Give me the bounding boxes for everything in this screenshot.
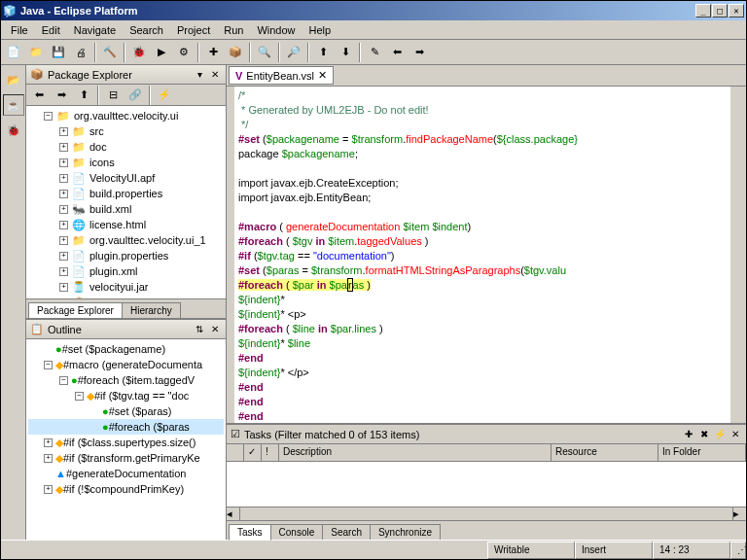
debug-perspective-icon[interactable]: 🐞 <box>3 120 24 141</box>
tasks-body[interactable] <box>227 462 746 507</box>
tab-tasks[interactable]: Tasks <box>229 524 271 541</box>
tree-item[interactable]: +📄build.properties <box>28 186 224 201</box>
open-type-icon[interactable]: 🔍 <box>254 42 275 63</box>
tasks-col[interactable]: In Folder <box>658 444 746 461</box>
tree-item[interactable]: +🫙velocityui.jar <box>28 279 224 295</box>
tasks-del-icon[interactable]: ✖ <box>697 428 711 441</box>
minimize-button[interactable]: _ <box>695 4 711 18</box>
menu-search[interactable]: Search <box>124 22 169 38</box>
tab-pkg-explorer[interactable]: Package Explorer <box>28 302 123 319</box>
code-editor[interactable]: /* * Generated by UML2EJB - Do not edit!… <box>227 87 746 423</box>
menubar: FileEditNavigateSearchProjectRunWindowHe… <box>1 20 746 40</box>
menu-edit[interactable]: Edit <box>36 22 66 38</box>
menu-navigate[interactable]: Navigate <box>68 22 122 38</box>
tree-item[interactable]: +📄plugin.xml <box>28 263 224 279</box>
outline-item[interactable]: ▲ #generateDocumentation <box>28 466 224 481</box>
package-tree[interactable]: −📁org.vaulttec.velocity.ui+📁src+📁doc+📁ic… <box>26 106 226 298</box>
back-nav-icon[interactable]: ⬅ <box>28 85 50 106</box>
tasks-close-icon[interactable]: ✕ <box>729 428 742 441</box>
resize-grip-icon[interactable]: ⋰ <box>730 542 746 559</box>
new-pkg-icon[interactable]: 📦 <box>225 42 246 63</box>
outline-item[interactable]: −◆ #macro (generateDocumenta <box>28 357 224 372</box>
tree-item[interactable]: +🌐license.html <box>28 217 224 232</box>
tasks-col[interactable]: Resource <box>551 444 658 461</box>
tasks-col[interactable] <box>227 444 244 461</box>
collapse-icon[interactable]: ⊟ <box>102 85 124 106</box>
tab-synchronize[interactable]: Synchronize <box>370 524 441 540</box>
java-perspective-icon[interactable]: ☕ <box>3 94 24 116</box>
new-class-icon[interactable]: ✚ <box>202 42 224 63</box>
tasks-title: Tasks (Filter matched 0 of 153 items) <box>244 429 682 440</box>
menu-help[interactable]: Help <box>303 22 338 38</box>
annotation-next-icon[interactable]: ⬇ <box>335 42 356 63</box>
outline-item[interactable]: +◆ #if ($class.supertypes.size() <box>28 435 224 450</box>
tree-item[interactable]: +📁doc <box>28 139 224 155</box>
debug-icon[interactable]: 🐞 <box>128 42 150 63</box>
main-toolbar: 📄 📁 💾 🖨 🔨 🐞 ▶ ⚙ ✚ 📦 🔍 🔎 ⬆ ⬇ ✎ ⬅ ➡ <box>1 40 746 65</box>
tree-item[interactable]: +🐜build.xml <box>28 201 224 217</box>
outline-item[interactable]: +◆ #if ($transform.getPrimaryKe <box>28 450 224 466</box>
scroll-right-icon[interactable]: ▸ <box>732 508 746 520</box>
forward-icon[interactable]: ➡ <box>409 42 430 63</box>
outline-item[interactable]: ● #foreach ($paras <box>28 419 224 435</box>
tab-search[interactable]: Search <box>322 524 371 540</box>
tasks-icon: ☑ <box>231 428 240 440</box>
save-icon[interactable]: 💾 <box>48 42 69 63</box>
tree-item[interactable]: +📁icons <box>28 155 224 170</box>
tasks-new-icon[interactable]: ✚ <box>682 428 695 441</box>
view-menu-icon[interactable]: ▾ <box>193 68 206 82</box>
tasks-col[interactable]: ! <box>262 444 279 461</box>
tree-item[interactable]: +📄VelocityUI.apf <box>28 170 224 186</box>
print-icon[interactable]: 🖨 <box>70 42 91 63</box>
outline-item[interactable]: −● #foreach ($item.taggedV <box>28 372 224 388</box>
outline-item[interactable]: ● #set ($paras) <box>28 403 224 419</box>
outline-item[interactable]: +◆ #if (!$compoundPrimKey) <box>28 481 224 497</box>
new-icon[interactable]: 📄 <box>3 42 24 63</box>
tab-close-icon[interactable]: ✕ <box>318 69 327 82</box>
tree-item[interactable]: +📁src <box>28 123 224 139</box>
build-icon[interactable]: 🔨 <box>99 42 121 63</box>
run-ext-icon[interactable]: ⚙ <box>173 42 195 63</box>
tasks-col[interactable]: Description <box>279 444 551 461</box>
fwd-nav-icon[interactable]: ➡ <box>51 85 72 106</box>
maximize-button[interactable]: □ <box>712 4 728 18</box>
editor-tab[interactable]: V EntityBean.vsl ✕ <box>229 66 334 85</box>
perspective-bar: 📂 ☕ 🐞 <box>1 65 26 540</box>
outline-item[interactable]: −◆ #if ($tgv.tag == "doc <box>28 388 224 403</box>
status-writable: Writable <box>487 542 575 559</box>
open-perspective-icon[interactable]: 📂 <box>3 69 24 90</box>
back-icon[interactable]: ⬅ <box>386 42 408 63</box>
tab-hierarchy[interactable]: Hierarchy <box>122 302 181 318</box>
pkg-icon: 📦 <box>30 68 44 81</box>
menu-window[interactable]: Window <box>251 22 301 38</box>
link-icon[interactable]: 🔗 <box>124 85 146 106</box>
status-insert: Insert <box>575 542 653 559</box>
outline-tree[interactable]: ● #set ($packagename)−◆ #macro (generate… <box>26 339 226 540</box>
window-title: Java - Eclipse Platform <box>20 5 695 17</box>
outline-sort-icon[interactable]: ⇅ <box>193 323 206 336</box>
close-button[interactable]: ✕ <box>729 4 744 18</box>
menu-run[interactable]: Run <box>218 22 249 38</box>
tab-console[interactable]: Console <box>270 524 324 540</box>
outline-item[interactable]: ● #set ($packagename) <box>28 341 224 357</box>
tree-item[interactable]: +📁org.vaulttec.velocity.ui_1 <box>28 232 224 248</box>
folder-icon[interactable]: 📁 <box>25 42 47 63</box>
menu-file[interactable]: File <box>5 22 34 38</box>
menu-project[interactable]: Project <box>171 22 216 38</box>
last-edit-icon[interactable]: ✎ <box>364 42 385 63</box>
pkg-explorer-title: Package Explorer <box>48 69 193 81</box>
tasks-col[interactable]: ✓ <box>244 444 262 461</box>
run-icon[interactable]: ▶ <box>151 42 172 63</box>
search-icon[interactable]: 🔎 <box>283 42 304 63</box>
outline-icon: 📋 <box>30 323 44 335</box>
scroll-left-icon[interactable]: ◂ <box>227 508 240 520</box>
status-position: 14 : 23 <box>653 542 730 559</box>
annotation-prev-icon[interactable]: ⬆ <box>312 42 334 63</box>
up-nav-icon[interactable]: ⬆ <box>73 85 94 106</box>
tree-item[interactable]: +📄plugin.properties <box>28 248 224 263</box>
app-icon: 🧊 <box>3 5 17 18</box>
filter-icon[interactable]: ⚡ <box>154 85 175 106</box>
view-close-icon[interactable]: ✕ <box>208 68 222 82</box>
tasks-filter-icon[interactable]: ⚡ <box>713 428 727 441</box>
outline-close-icon[interactable]: ✕ <box>208 323 222 336</box>
